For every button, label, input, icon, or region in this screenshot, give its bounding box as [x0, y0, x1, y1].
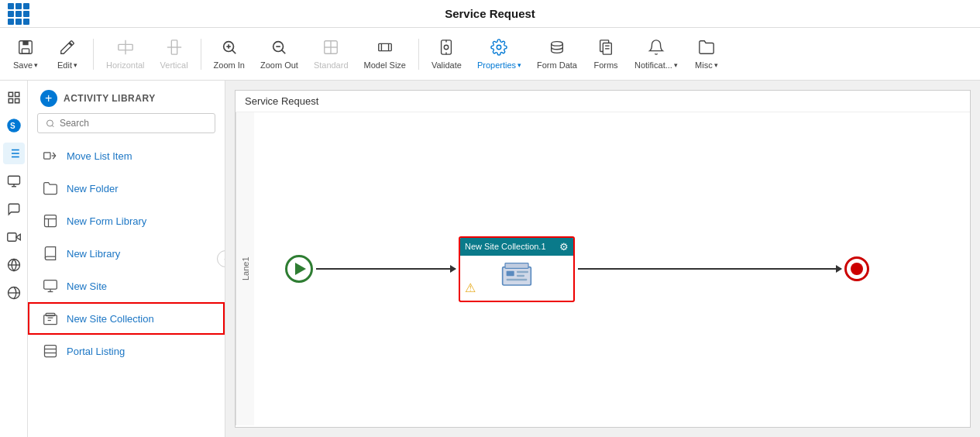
sidebar-item-new-site[interactable]: New Site: [28, 270, 225, 302]
svg-rect-68: [507, 279, 528, 281]
sidebar-item-label-new-library: New Library: [67, 248, 120, 260]
svg-line-13: [282, 50, 286, 53]
icon-strip-settings[interactable]: [3, 170, 25, 192]
flow-end-node[interactable]: [844, 256, 869, 281]
svg-rect-48: [44, 153, 50, 159]
svg-rect-1: [22, 40, 28, 45]
forms-button[interactable]: Forms: [586, 32, 625, 77]
notifications-label: Notificat...▾: [634, 60, 678, 70]
top-bar: Service Request: [0, 0, 980, 28]
save-label: Save▾: [13, 60, 38, 70]
notifications-icon: [648, 39, 665, 58]
icon-strip-wordpress[interactable]: [3, 254, 25, 276]
icon-strip-video[interactable]: [3, 226, 25, 248]
flow-start-node[interactable]: [285, 255, 313, 283]
svg-rect-57: [46, 313, 55, 315]
icon-strip-list[interactable]: [3, 143, 25, 164]
zoom-in-button[interactable]: Zoom In: [208, 32, 251, 77]
notifications-button[interactable]: Notificat...▾: [628, 32, 684, 77]
validate-label: Validate: [432, 60, 462, 70]
zoom-in-label: Zoom In: [214, 60, 245, 70]
toolbar: Save▾ Edit▾ Horizontal Vertical Zoom In: [0, 28, 980, 81]
vertical-icon: [166, 39, 183, 58]
edit-icon: [59, 39, 76, 58]
save-button[interactable]: Save▾: [6, 32, 45, 77]
activity-node-settings-icon[interactable]: ⚙: [559, 241, 569, 253]
standard-button[interactable]: Standard: [308, 32, 355, 77]
search-input[interactable]: [60, 118, 207, 129]
svg-line-10: [232, 50, 236, 53]
icon-strip-globe[interactable]: [3, 282, 25, 304]
portal-listing-icon: [42, 342, 59, 360]
canvas-content: Service Request Lane1 New Site Collectio…: [235, 90, 971, 428]
svg-rect-31: [15, 99, 19, 103]
horizontal-label: Horizontal: [106, 60, 145, 70]
standard-label: Standard: [314, 60, 349, 70]
icon-strip: S: [0, 81, 28, 437]
svg-rect-65: [507, 271, 514, 277]
svg-rect-66: [517, 271, 528, 274]
activity-node-body: ⚠: [460, 256, 573, 298]
validate-button[interactable]: Validate: [425, 32, 468, 77]
svg-rect-64: [505, 263, 528, 269]
misc-button[interactable]: Misc▾: [687, 32, 726, 77]
lane-container: Lane1 New Site Collection.1 ⚙: [236, 112, 970, 425]
main-layout: S + ACTIVITY LIBRARY: [0, 81, 980, 437]
sidebar-item-new-form-library[interactable]: New Form Library: [28, 205, 225, 237]
sidebar-item-label-move-list-item: Move List Item: [67, 150, 132, 162]
search-container[interactable]: [37, 113, 215, 133]
edit-button[interactable]: Edit▾: [48, 32, 87, 77]
separator-2: [201, 39, 201, 70]
icon-strip-chat[interactable]: [3, 198, 25, 220]
zoom-in-icon: [221, 39, 238, 58]
page-title: Service Request: [445, 7, 535, 20]
properties-label: Properties▾: [477, 60, 521, 70]
zoom-out-icon: [270, 39, 287, 58]
activity-node-new-site-collection[interactable]: New Site Collection.1 ⚙: [459, 236, 575, 302]
validate-icon: [438, 39, 455, 58]
sidebar-item-new-folder[interactable]: New Folder: [28, 172, 225, 205]
svg-point-46: [46, 120, 53, 126]
vertical-label: Vertical: [160, 60, 188, 70]
sidebar-item-label-new-site-collection: New Site Collection: [67, 313, 154, 325]
new-folder-icon: [42, 180, 59, 197]
app-grid-icon[interactable]: [8, 3, 29, 25]
svg-rect-53: [44, 280, 57, 290]
form-data-icon: [548, 39, 566, 58]
icon-strip-apps[interactable]: [3, 87, 25, 108]
add-activity-button[interactable]: +: [40, 90, 57, 107]
sidebar-item-label-portal-listing: Portal Listing: [67, 346, 125, 357]
new-form-library-icon: [42, 212, 59, 229]
sidebar-item-portal-listing[interactable]: Portal Listing: [28, 335, 225, 367]
flow-arrow-1: [316, 268, 456, 270]
flow-arrow-2: [578, 268, 841, 270]
svg-rect-67: [517, 275, 524, 277]
svg-rect-60: [45, 346, 57, 357]
vertical-button[interactable]: Vertical: [154, 32, 194, 77]
separator-1: [93, 39, 94, 70]
svg-point-22: [497, 45, 502, 50]
icon-strip-sharepoint[interactable]: S: [3, 115, 25, 136]
save-icon: [17, 39, 34, 58]
forms-label: Forms: [593, 60, 617, 70]
horizontal-button[interactable]: Horizontal: [100, 32, 151, 77]
sidebar-item-new-site-collection[interactable]: New Site Collection: [28, 302, 225, 335]
start-play-icon: [295, 263, 306, 275]
lane-label: Lane1: [236, 112, 254, 425]
sidebar-item-new-library[interactable]: New Library: [28, 237, 225, 270]
svg-rect-2: [22, 48, 29, 53]
zoom-out-label: Zoom Out: [260, 60, 298, 70]
svg-text:S: S: [10, 122, 15, 130]
activity-node-header: New Site Collection.1 ⚙: [460, 238, 573, 256]
canvas-title: Service Request: [236, 91, 970, 112]
model-size-button[interactable]: Model Size: [358, 32, 412, 77]
properties-icon: [490, 39, 507, 58]
search-icon: [46, 119, 55, 129]
properties-button[interactable]: Properties▾: [471, 32, 528, 77]
sidebar-item-label-new-form-library: New Form Library: [67, 215, 146, 227]
new-library-icon: [42, 245, 59, 262]
zoom-out-button[interactable]: Zoom Out: [254, 32, 304, 77]
sidebar-item-move-list-item[interactable]: Move List Item: [28, 139, 225, 172]
sidebar-item-label-new-site: New Site: [67, 280, 107, 292]
form-data-button[interactable]: Form Data: [531, 32, 583, 77]
